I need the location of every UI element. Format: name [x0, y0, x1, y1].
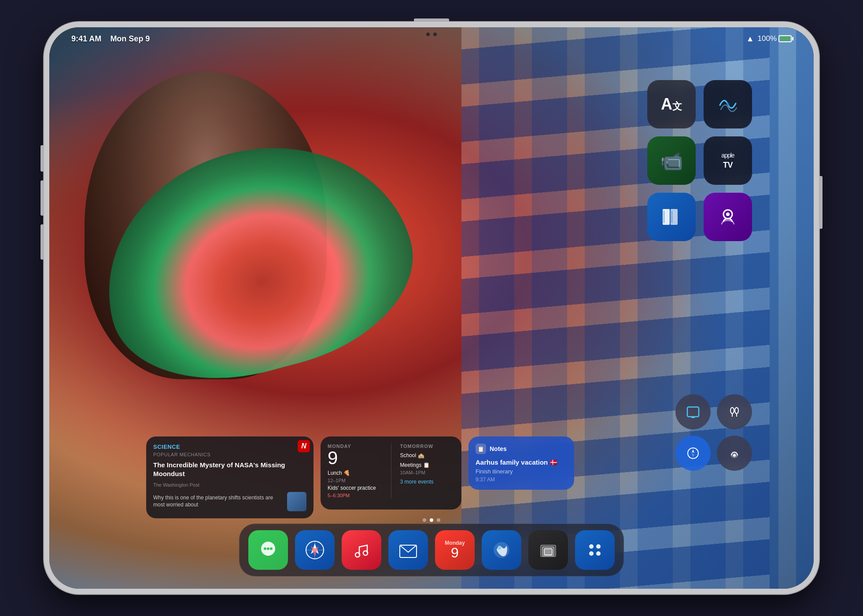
- battery-fill: [780, 37, 790, 40]
- news-subsource: Popular Mechanics: [153, 452, 306, 457]
- note-time: 9:37 AM: [476, 477, 567, 483]
- tomorrow-events: School 🏫 Meetings 📋 10AM–1PM 3 more even…: [400, 452, 455, 485]
- apps-grid: A文 📹 apple TV: [647, 80, 752, 241]
- freeform-app-icon[interactable]: [704, 80, 752, 128]
- svg-marker-14: [692, 449, 694, 453]
- battery-icon: [778, 35, 792, 42]
- front-camera: [426, 33, 437, 36]
- power-button[interactable]: [819, 176, 822, 229]
- svg-rect-7: [687, 407, 699, 417]
- event-meetings-time: 10AM–1PM: [400, 470, 455, 475]
- svg-rect-8: [691, 417, 695, 418]
- podcasts-app-icon[interactable]: [704, 193, 752, 241]
- dock-mail[interactable]: [388, 530, 428, 570]
- svg-point-21: [267, 547, 269, 550]
- today-date: 9: [328, 449, 382, 467]
- dock-calendar-date: 9: [451, 546, 459, 560]
- news-headline: The Incredible Mystery of NASA's Missing…: [153, 461, 306, 478]
- calendar-today-section: MONDAY 9 Lunch 🍕 12–1PM Kids' soccer pra…: [328, 444, 382, 498]
- wifi-icon: ▲: [746, 34, 754, 44]
- news-item-2-text: Why this is one of the planetary shifts …: [153, 495, 284, 508]
- calendar-tomorrow-section: TOMORROW School 🏫 Meetings 📋 10AM–1PM 3 …: [400, 444, 455, 498]
- svg-point-17: [733, 454, 736, 457]
- status-indicators: ▲ 100%: [746, 34, 792, 44]
- ipad-screen: 9:41 AM Mon Sep 9 ▲ 100% A文: [49, 27, 814, 589]
- mute-button[interactable]: [41, 224, 44, 260]
- volume-up-button[interactable]: [41, 145, 44, 172]
- news-widget[interactable]: N Science Popular Mechanics The Incredib…: [146, 436, 313, 518]
- svg-point-39: [596, 551, 601, 556]
- svg-point-6: [726, 213, 730, 216]
- notes-icon: 📋: [476, 444, 486, 454]
- camera-lens: [426, 33, 430, 36]
- volume-down-button[interactable]: [41, 180, 44, 216]
- device-frame: 9:41 AM Mon Sep 9 ▲ 100% A文: [44, 22, 819, 594]
- homepod-control-btn[interactable]: [717, 436, 752, 471]
- cal-divider: [391, 444, 391, 498]
- event-more: 3 more events: [400, 479, 455, 485]
- notes-title-label: Notes: [490, 445, 507, 452]
- news-source: Science: [153, 444, 306, 450]
- dock-photos-stacks[interactable]: [528, 530, 568, 570]
- page-indicator: [423, 518, 440, 522]
- dock-music[interactable]: [342, 530, 381, 570]
- event-meetings: Meetings 📋: [400, 462, 455, 468]
- svg-point-37: [596, 544, 601, 549]
- dock-calendar[interactable]: Monday 9: [435, 530, 475, 570]
- dock-messages[interactable]: [248, 530, 288, 570]
- facetime-app-icon[interactable]: 📹: [647, 136, 696, 185]
- page-dot-2: [430, 518, 433, 522]
- event-soccer: Kids' soccer practice: [328, 485, 382, 491]
- status-time: 9:41 AM Mon Sep 9: [71, 34, 150, 44]
- battery-indicator: 100%: [758, 34, 792, 43]
- svg-point-32: [498, 546, 501, 550]
- note-subtitle: Finish itinerary: [476, 468, 567, 475]
- svg-point-10: [735, 407, 738, 414]
- dock-safari[interactable]: [295, 530, 335, 570]
- compass-control-btn[interactable]: [675, 436, 711, 471]
- svg-point-38: [589, 551, 594, 556]
- dock-appstore[interactable]: [575, 530, 615, 570]
- widgets-area: N Science Popular Mechanics The Incredib…: [146, 436, 574, 518]
- status-bar: 9:41 AM Mon Sep 9 ▲ 100%: [49, 27, 814, 50]
- svg-rect-3: [664, 211, 664, 223]
- books-app-icon[interactable]: [647, 193, 696, 241]
- top-button[interactable]: [414, 18, 449, 22]
- battery-level: 100%: [758, 34, 777, 43]
- svg-point-0: [726, 103, 730, 106]
- svg-point-9: [730, 407, 734, 414]
- apple-tv-app-icon[interactable]: apple TV: [704, 136, 752, 185]
- news-logo: N: [298, 440, 310, 452]
- notes-widget[interactable]: 📋 Notes Aarhus family vacation 🇩🇰 Finish…: [468, 436, 574, 490]
- svg-point-36: [589, 544, 594, 549]
- event-soccer-time: 5–6:30PM: [328, 493, 382, 498]
- svg-rect-4: [671, 211, 672, 223]
- today-events: Lunch 🍕 12–1PM Kids' soccer practice 5–6…: [328, 470, 382, 498]
- ipad-control-btn[interactable]: [675, 394, 711, 429]
- svg-rect-35: [544, 549, 552, 555]
- event-lunch-time: 12–1PM: [328, 478, 382, 483]
- svg-point-22: [270, 547, 273, 550]
- event-lunch: Lunch 🍕: [328, 470, 382, 476]
- news-pub: The Washington Post: [153, 482, 306, 488]
- event-school: School 🏫: [400, 452, 455, 458]
- calendar-widget[interactable]: MONDAY 9 Lunch 🍕 12–1PM Kids' soccer pra…: [321, 436, 461, 510]
- dock: Monday 9: [239, 524, 624, 576]
- svg-point-20: [264, 547, 266, 550]
- note-title: Aarhus family vacation 🇩🇰: [476, 458, 567, 466]
- calendar-header: MONDAY 9 Lunch 🍕 12–1PM Kids' soccer pra…: [328, 444, 454, 498]
- news-item-2: Why this is one of the planetary shifts …: [153, 492, 306, 511]
- page-dot-3: [437, 518, 440, 522]
- notes-header: 📋 Notes: [476, 444, 567, 454]
- news-thumb-2: [287, 492, 306, 511]
- control-center-grid: [675, 394, 752, 471]
- translate-app-icon[interactable]: A文: [647, 80, 696, 128]
- face-id-sensor: [433, 33, 437, 36]
- page-dot-1: [423, 518, 426, 522]
- news-items-list: Why this is one of the planetary shifts …: [153, 492, 306, 511]
- airpods-control-btn[interactable]: [717, 394, 752, 429]
- tomorrow-label: TOMORROW: [400, 444, 455, 449]
- svg-marker-15: [692, 453, 694, 457]
- dock-wallpapers[interactable]: [482, 530, 521, 570]
